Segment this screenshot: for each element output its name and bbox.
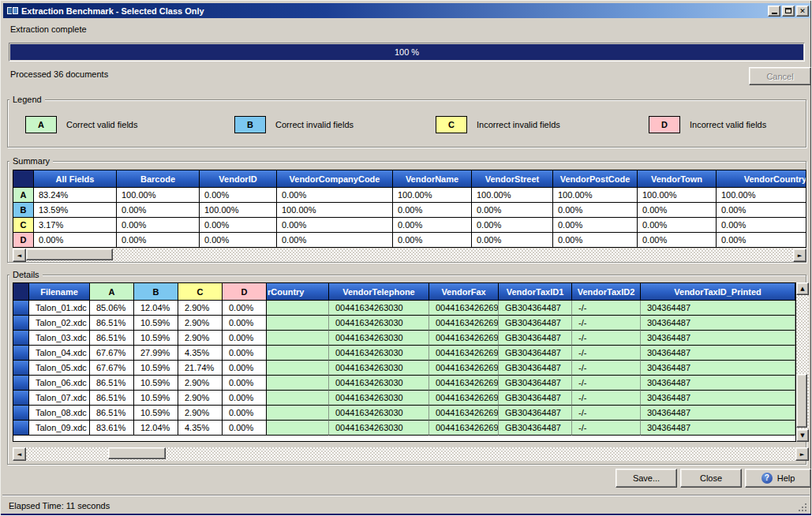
legend-swatch-a: A [25,116,57,133]
pct-b-cell: 10.59% [134,376,178,391]
pct-a-cell: 67.67% [90,346,134,361]
summary-row-b: B 13.59% 0.00% 100.00% 100.00% 0.00% 0.0… [13,203,806,218]
pct-a-cell: 86.51% [90,376,134,391]
summary-cell: 0.00% [472,218,553,233]
pct-c-cell: 2.90% [178,316,223,331]
taxid2-cell: -/- [572,316,641,331]
row-selector[interactable] [13,331,29,346]
summary-cell: 0.00% [717,218,806,233]
details-hscroll-thumb[interactable] [108,447,166,459]
table-row: Talon_06.xdc 86.51% 10.59% 2.90% 0.00% 0… [13,376,795,391]
summary-table: All Fields Barcode VendorID VendorCompan… [13,170,806,248]
help-button[interactable]: ? Help [745,469,811,488]
processed-count-label: Processed 36 documents [10,69,108,79]
country-cell [267,421,329,436]
telephone-cell: 00441634263030 [329,316,429,331]
details-vscrollbar[interactable]: ▲ ▼ [796,282,809,442]
row-selector[interactable] [13,361,29,376]
details-group: Details Filename A B C D rCountry Vendor… [7,275,806,465]
scroll-up-icon[interactable]: ▲ [796,282,809,295]
maximize-icon[interactable] [782,6,795,17]
scroll-down-icon[interactable]: ▼ [796,429,809,442]
summary-cell: 0.00% [638,203,717,218]
details-table: Filename A B C D rCountry VendorTelephon… [13,282,796,442]
legend-swatch-c: C [436,116,467,133]
summary-hscroll-track[interactable] [26,249,793,262]
filename-cell: Talon_07.xdc [29,391,90,406]
pct-b-cell: 10.59% [134,361,178,376]
legend-item-b: B Correct invalid fields [234,116,354,133]
summary-group: Summary All Fields Barcode VendorID Vend… [7,161,806,263]
summary-cell: 100.00% [393,188,472,203]
details-col-vendorfax: VendorFax [429,283,499,301]
summary-key-b: B [13,203,34,218]
status-bar: Elapsed Time: 11 seconds [2,495,810,515]
summary-row-c: C 3.17% 0.00% 0.00% 0.00% 0.00% 0.00% 0.… [13,218,806,233]
row-selector[interactable] [13,301,29,316]
summary-cell: 0.00% [638,233,717,248]
summary-cell: 0.00% [117,203,200,218]
taxid1-cell: GB304364487 [499,391,572,406]
minimize-icon[interactable] [768,6,780,17]
scroll-left-icon[interactable]: ◄ [13,447,26,461]
legend-label-a: Correct valid fields [66,120,137,129]
pct-a-cell: 85.06% [90,301,134,316]
scroll-right-icon[interactable]: ► [793,249,806,262]
cancel-button[interactable]: Cancel [749,67,811,85]
row-selector[interactable] [13,391,29,406]
progress-percent: 100 % [395,47,419,57]
country-cell [267,361,329,376]
window-title: Extraction Benchmark - Selected Class On… [21,6,766,16]
taxid2-cell: -/- [572,421,641,436]
close-button[interactable]: Close [680,469,742,488]
taxid2-cell: -/- [572,301,641,316]
summary-cell: 100.00% [117,188,200,203]
country-cell [267,301,329,316]
summary-cell: 0.00% [638,218,717,233]
row-selector[interactable] [13,406,29,421]
summary-col-barcode: Barcode [117,170,200,188]
pct-b-cell: 12.04% [134,421,178,436]
summary-cell: 100.00% [472,188,553,203]
summary-cell: 0.00% [277,218,393,233]
table-row: Talon_04.xdc 67.67% 27.99% 4.35% 0.00% 0… [13,346,795,361]
filename-cell: Talon_02.xdc [29,316,90,331]
taxid1-cell: GB304364487 [499,301,572,316]
details-hscrollbar[interactable]: ◄ ► [13,447,809,461]
summary-hscrollbar[interactable]: ◄ ► [13,249,806,262]
row-selector[interactable] [13,376,29,391]
details-table-area: Filename A B C D rCountry VendorTelephon… [13,282,809,442]
row-selector[interactable] [13,346,29,361]
summary-cell: 0.00% [553,218,638,233]
row-selector[interactable] [13,316,29,331]
extraction-status-label: Extraction complete [10,24,87,34]
filename-cell: Talon_08.xdc [29,406,90,421]
taxid1-cell: GB304364487 [499,316,572,331]
pct-b-cell: 12.04% [134,301,178,316]
details-vscroll-thumb[interactable] [796,374,807,428]
summary-group-title: Summary [9,156,53,166]
details-col-c: C [178,283,223,301]
pct-a-cell: 86.51% [90,331,134,346]
title-bar: Extraction Benchmark - Selected Class On… [3,3,810,18]
summary-cell: 0.00% [553,233,638,248]
pct-d-cell: 0.00% [223,346,267,361]
details-vscroll-track[interactable] [796,295,809,429]
summary-hscroll-thumb[interactable] [26,249,113,260]
pct-a-cell: 83.61% [90,421,134,436]
taxid-printed-cell: 304364487 [641,301,795,316]
pct-b-cell: 10.59% [134,331,178,346]
summary-col-allfields: All Fields [34,170,117,188]
resize-grip[interactable] [798,503,807,512]
row-selector[interactable] [13,421,29,436]
details-col-b: B [134,283,178,301]
scroll-left-icon[interactable]: ◄ [13,249,26,262]
pct-c-cell: 21.74% [178,361,223,376]
details-col-vendortaxid2: VendorTaxID2 [572,283,641,301]
legend-group-title: Legend [9,95,45,105]
close-icon[interactable]: ✕ [796,6,809,17]
scroll-right-icon[interactable]: ► [795,447,809,461]
table-row: Talon_08.xdc 86.51% 10.59% 2.90% 0.00% 0… [13,406,795,421]
save-button[interactable]: Save... [616,469,677,488]
details-hscroll-track[interactable] [26,447,795,461]
